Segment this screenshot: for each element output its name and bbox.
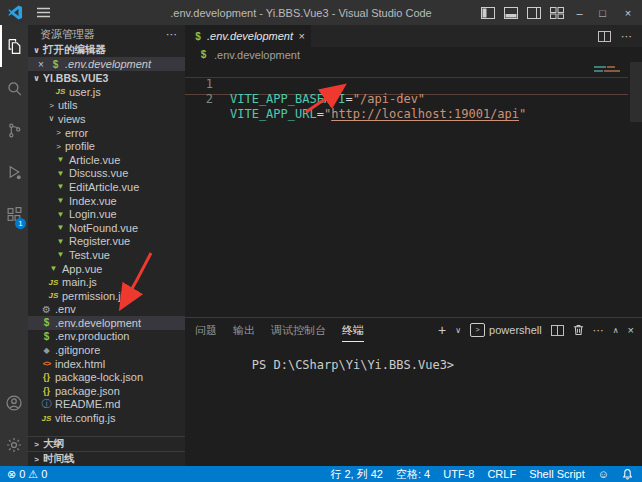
- extensions-icon[interactable]: 1: [0, 193, 28, 235]
- eol-indicator[interactable]: CRLF: [487, 468, 516, 480]
- code-area[interactable]: 1 VITE_APP_BASEAPI="/api-dev" 2 VITE_APP…: [185, 62, 642, 318]
- terminal-dropdown-icon[interactable]: ∨: [455, 326, 461, 335]
- more-actions-icon[interactable]: ⋯: [621, 30, 632, 43]
- problems-indicator[interactable]: ⊗ 0 ⚠ 0: [7, 468, 47, 481]
- tree-item-user.js[interactable]: JS user.js: [28, 85, 185, 99]
- tree-item-NotFound.vue[interactable]: ▼ NotFound.vue: [28, 221, 185, 235]
- source-control-icon[interactable]: [0, 109, 28, 151]
- customize-layout-icon[interactable]: [545, 0, 568, 25]
- activity-bar: 1: [0, 25, 28, 466]
- file-type-icon: ▼: [54, 210, 67, 219]
- window-title: .env.development - Yi.BBS.Vue3 - Visual …: [120, 7, 482, 19]
- tree-item-.gitignore[interactable]: ◆ .gitignore: [28, 343, 185, 357]
- maximize-button[interactable]: □: [591, 0, 614, 25]
- tree-item-error[interactable]: > error: [28, 126, 185, 140]
- tree-item-.env[interactable]: ⚙ .env: [28, 303, 185, 317]
- terminal-output[interactable]: PS D:\CSharp\Yi\Yi.BBS.Vue3>: [194, 344, 638, 386]
- editor-scrollbar[interactable]: [630, 62, 642, 122]
- tree-item-profile[interactable]: > profile: [28, 139, 185, 153]
- panel-tab-调试控制台[interactable]: 调试控制台: [271, 318, 326, 342]
- new-terminal-icon[interactable]: +: [438, 322, 446, 338]
- open-editor-item-env-development[interactable]: × $ .env.development: [28, 57, 185, 71]
- file-type-icon: <>: [40, 359, 53, 368]
- toggle-sidebar-icon[interactable]: [476, 0, 499, 25]
- close-panel-icon[interactable]: ×: [628, 324, 634, 336]
- file-type-icon: JS: [54, 87, 67, 96]
- language-indicator[interactable]: Shell Script: [529, 468, 585, 480]
- panel-tab-问题[interactable]: 问题: [195, 318, 217, 342]
- vscode-logo-icon: [0, 5, 30, 20]
- tree-item-main.js[interactable]: JS main.js: [28, 275, 185, 289]
- tree-item-package-lock.json[interactable]: {} package-lock.json: [28, 370, 185, 384]
- explorer-title: 资源管理器: [40, 27, 95, 42]
- tree-item-utils[interactable]: > utils: [28, 99, 185, 113]
- tree-item-vite.config.js[interactable]: JS vite.config.js: [28, 411, 185, 425]
- explorer-icon[interactable]: [0, 25, 28, 67]
- toggle-secondary-sidebar-icon[interactable]: [522, 0, 545, 25]
- env-file-icon: $: [49, 59, 62, 70]
- panel-tab-终端[interactable]: 终端: [342, 318, 364, 342]
- file-type-icon: {}: [40, 372, 53, 382]
- breadcrumb[interactable]: $ .env.development: [185, 47, 642, 62]
- tree-item-views[interactable]: ∨ views: [28, 112, 185, 126]
- code-url-link[interactable]: http://localhost:19001/api: [331, 107, 519, 121]
- toggle-panel-icon[interactable]: [499, 0, 522, 25]
- bottom-panel: 问题输出调试控制台终端 + ∨ > powershell ⋯ ∧: [185, 317, 642, 466]
- account-icon[interactable]: [0, 382, 28, 424]
- status-bar: ⊗ 0 ⚠ 0 行 2, 列 42 空格: 4 UTF-8 CRLF Shell…: [0, 466, 642, 482]
- env-file-icon: $: [193, 31, 203, 42]
- tree-item-package.json[interactable]: {} package.json: [28, 384, 185, 398]
- project-section-header[interactable]: ∨ YI.BBS.VUE3: [28, 71, 185, 85]
- indent-indicator[interactable]: 空格: 4: [396, 467, 430, 482]
- close-button[interactable]: ×: [614, 0, 642, 25]
- explorer-sidebar: 资源管理器 ⋯ ∨ 打开的编辑器 × $ .env.development ∨ …: [28, 25, 185, 466]
- panel-more-icon[interactable]: ⋯: [593, 324, 604, 337]
- minimap[interactable]: [594, 66, 628, 74]
- outline-section-header[interactable]: > 大纲: [28, 436, 185, 451]
- timeline-section-header[interactable]: > 时间线: [28, 451, 185, 466]
- tree-item-Index.vue[interactable]: ▼ Index.vue: [28, 194, 185, 208]
- tree-item-Discuss.vue[interactable]: ▼ Discuss.vue: [28, 167, 185, 181]
- tab-env-development[interactable]: $ .env.development ×: [185, 25, 311, 47]
- tree-item-EditArticle.vue[interactable]: ▼ EditArticle.vue: [28, 180, 185, 194]
- shell-selector[interactable]: > powershell: [470, 323, 542, 337]
- minimize-button[interactable]: –: [568, 0, 591, 25]
- file-type-icon: $: [40, 331, 53, 342]
- file-type-icon: ▼: [54, 223, 67, 232]
- split-editor-icon[interactable]: [598, 31, 611, 42]
- search-icon[interactable]: [0, 67, 28, 109]
- close-icon[interactable]: ×: [36, 59, 46, 70]
- folder-chevron-icon: >: [54, 142, 63, 151]
- feedback-smiley-icon[interactable]: ☺: [598, 468, 609, 480]
- file-type-icon: JS: [47, 278, 60, 287]
- tree-item-App.vue[interactable]: ▼ App.vue: [28, 262, 185, 276]
- tree-item-Login.vue[interactable]: ▼ Login.vue: [28, 207, 185, 221]
- tree-item-Register.vue[interactable]: ▼ Register.vue: [28, 235, 185, 249]
- explorer-more-actions-icon[interactable]: ⋯: [166, 28, 177, 41]
- file-type-icon: ▼: [54, 237, 67, 246]
- menu-icon[interactable]: [30, 7, 56, 18]
- maximize-panel-icon[interactable]: ∧: [613, 326, 619, 335]
- file-type-icon: ⚙: [40, 304, 53, 315]
- tree-item-Test.vue[interactable]: ▼ Test.vue: [28, 248, 185, 262]
- kill-terminal-icon[interactable]: [573, 324, 584, 336]
- panel-tab-输出[interactable]: 输出: [233, 318, 255, 342]
- tree-item-index.html[interactable]: <> index.html: [28, 357, 185, 371]
- tree-item-README.md[interactable]: ⓘ README.md: [28, 398, 185, 412]
- tree-item-Article.vue[interactable]: ▼ Article.vue: [28, 153, 185, 167]
- tree-item-permission.js[interactable]: JS permission.js: [28, 289, 185, 303]
- encoding-indicator[interactable]: UTF-8: [443, 468, 474, 480]
- run-debug-icon[interactable]: [0, 151, 28, 193]
- file-type-icon: ⓘ: [40, 397, 53, 411]
- settings-gear-icon[interactable]: [0, 424, 28, 466]
- tree-item-.env.production[interactable]: $ .env.production: [28, 330, 185, 344]
- editor-tab-bar: $ .env.development × ⋯: [185, 25, 642, 47]
- tree-item-.env.development[interactable]: $ .env.development: [28, 316, 185, 330]
- notifications-bell-icon[interactable]: [622, 468, 633, 480]
- open-editors-header[interactable]: ∨ 打开的编辑器: [28, 43, 185, 57]
- split-terminal-icon[interactable]: [551, 325, 564, 336]
- tab-close-icon[interactable]: ×: [299, 30, 305, 42]
- folder-chevron-icon: >: [54, 128, 63, 137]
- editor-group: $ .env.development × ⋯ $ .env.developmen…: [185, 25, 642, 466]
- line-col-indicator[interactable]: 行 2, 列 42: [330, 467, 383, 482]
